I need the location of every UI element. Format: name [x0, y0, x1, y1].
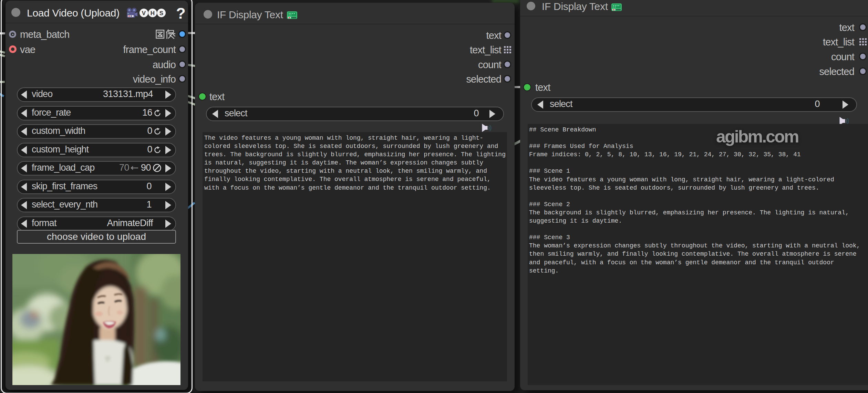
svg-text:V: V	[142, 10, 146, 17]
svg-text:S: S	[159, 10, 163, 17]
svg-text:H: H	[151, 10, 155, 17]
